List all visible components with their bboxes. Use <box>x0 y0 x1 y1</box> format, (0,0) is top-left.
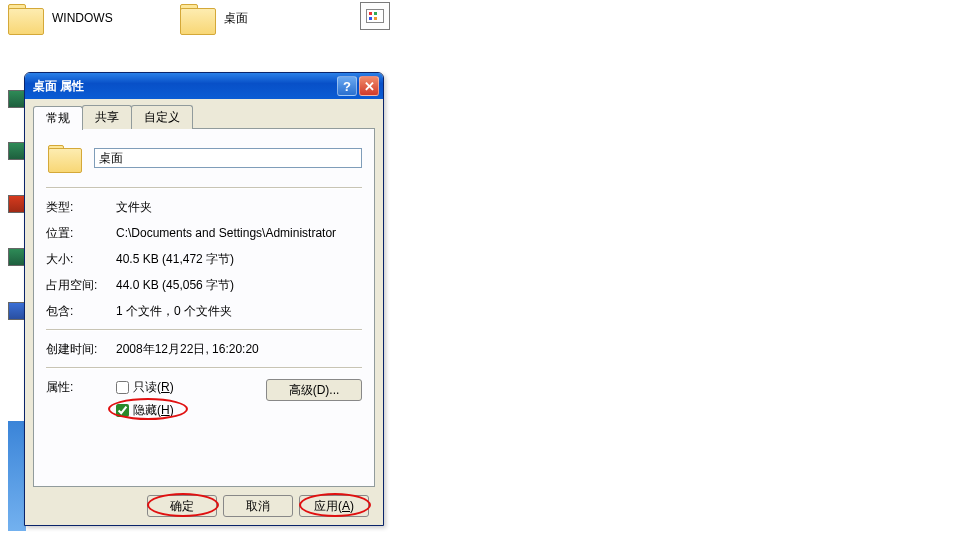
dialog-button-row: 确定 取消 应用(A) <box>33 487 375 517</box>
checkbox-readonly-group[interactable]: 只读(R) <box>116 379 266 396</box>
checkbox-hidden-label: 隐藏(H) <box>133 402 174 419</box>
checkbox-readonly-label: 只读(R) <box>133 379 174 396</box>
tab-sharing[interactable]: 共享 <box>82 105 132 129</box>
tab-strip: 常规 共享 自定义 <box>33 105 375 129</box>
label-attributes: 属性: <box>46 379 116 419</box>
desktop-folder-label: 桌面 <box>224 10 248 27</box>
close-button[interactable]: ✕ <box>359 76 379 96</box>
tab-customize[interactable]: 自定义 <box>131 105 193 129</box>
label-size: 大小: <box>46 251 116 267</box>
apply-button[interactable]: 应用(A) <box>299 495 369 517</box>
value-contains: 1 个文件，0 个文件夹 <box>116 303 362 319</box>
folder-icon <box>8 2 44 34</box>
value-type: 文件夹 <box>116 199 362 215</box>
desktop-folder-zhuomian[interactable]: 桌面 <box>180 2 248 34</box>
ok-button[interactable]: 确定 <box>147 495 217 517</box>
desktop-image-thumbnail[interactable] <box>360 2 390 30</box>
value-size: 40.5 KB (41,472 字节) <box>116 251 362 267</box>
separator <box>46 329 362 331</box>
value-created: 2008年12月22日, 16:20:20 <box>116 341 362 357</box>
desktop-folder-windows[interactable]: WINDOWS <box>8 2 113 34</box>
value-size-on-disk: 44.0 KB (45,056 字节) <box>116 277 362 293</box>
titlebar-title: 桌面 属性 <box>33 78 335 95</box>
separator <box>46 367 362 369</box>
label-location: 位置: <box>46 225 116 241</box>
value-location: C:\Documents and Settings\Administrator <box>116 225 362 241</box>
properties-dialog: 桌面 属性 ? ✕ 常规 共享 自定义 类型: 文件夹 位置: C:\Docum… <box>24 72 384 526</box>
checkbox-hidden[interactable] <box>116 404 129 417</box>
label-type: 类型: <box>46 199 116 215</box>
thumbnail-icon <box>366 9 384 23</box>
titlebar[interactable]: 桌面 属性 ? ✕ <box>25 73 383 99</box>
label-created: 创建时间: <box>46 341 116 357</box>
separator <box>46 187 362 189</box>
folder-icon <box>48 143 82 173</box>
checkbox-hidden-group[interactable]: 隐藏(H) <box>116 402 266 419</box>
folder-name-input[interactable] <box>94 148 362 168</box>
desktop-folder-label: WINDOWS <box>52 11 113 25</box>
label-size-on-disk: 占用空间: <box>46 277 116 293</box>
cancel-button[interactable]: 取消 <box>223 495 293 517</box>
tab-panel-general: 类型: 文件夹 位置: C:\Documents and Settings\Ad… <box>33 128 375 487</box>
tab-general[interactable]: 常规 <box>33 106 83 130</box>
checkbox-readonly[interactable] <box>116 381 129 394</box>
label-contains: 包含: <box>46 303 116 319</box>
folder-icon <box>180 2 216 34</box>
help-button[interactable]: ? <box>337 76 357 96</box>
advanced-button[interactable]: 高级(D)... <box>266 379 362 401</box>
dialog-body: 常规 共享 自定义 类型: 文件夹 位置: C:\Documents and S… <box>25 99 383 525</box>
